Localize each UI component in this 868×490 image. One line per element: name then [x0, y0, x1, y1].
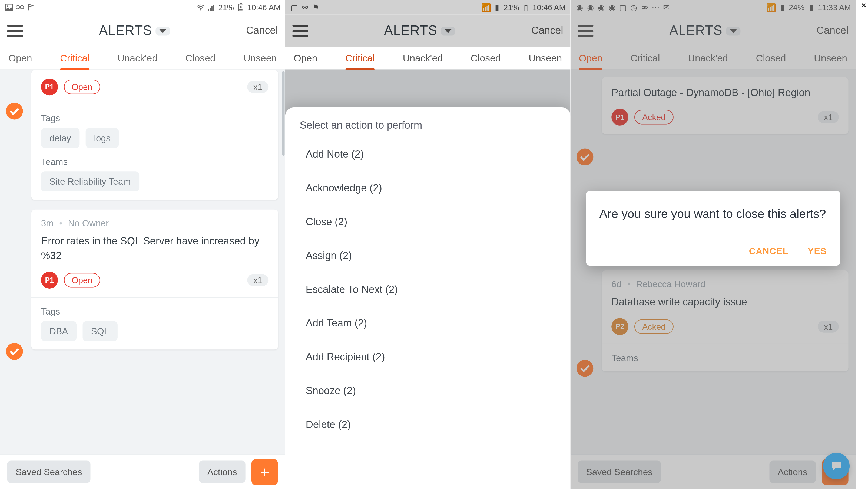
- add-button[interactable]: +: [251, 459, 278, 485]
- app-header: ALERTS Cancel: [0, 15, 285, 47]
- svg-rect-6: [208, 9, 209, 10]
- battery-icon: [236, 3, 245, 11]
- bottom-bar: Saved Searches Actions +: [0, 454, 285, 489]
- select-checkbox[interactable]: [6, 343, 23, 360]
- signal-icon: ▮: [493, 3, 501, 11]
- action-snooze[interactable]: Snooze (2): [285, 374, 570, 408]
- voicemail-icon: ⚮: [301, 3, 309, 11]
- tag-chip[interactable]: delay: [41, 128, 80, 148]
- select-checkbox[interactable]: [6, 103, 23, 119]
- flag-icon: [27, 3, 35, 11]
- cancel-button[interactable]: Cancel: [531, 25, 563, 37]
- status-bar: 21% 10:46 AM: [0, 0, 285, 15]
- battery-icon: ▯: [522, 3, 530, 11]
- svg-point-2: [16, 6, 20, 9]
- action-add-team[interactable]: Add Team (2): [285, 307, 570, 341]
- page-title: ALERTS: [384, 23, 437, 39]
- action-add-recipient[interactable]: Add Recipient (2): [285, 341, 570, 374]
- action-acknowledge[interactable]: Acknowledge (2): [285, 171, 570, 205]
- screen-2: ▢ ⚮ ⚑ 📶 ▮ 21% ▯ 10:46 AM ALERTS Cancel O…: [285, 0, 570, 489]
- signal-icon: [208, 3, 216, 11]
- tags-label: Tags: [41, 113, 269, 123]
- check-icon: [10, 106, 19, 115]
- count-badge: x1: [247, 274, 269, 286]
- status-pill: Open: [64, 80, 100, 94]
- page-title-wrap[interactable]: ALERTS: [99, 23, 170, 39]
- page-title: ALERTS: [99, 23, 152, 39]
- svg-rect-9: [213, 5, 214, 10]
- dot-separator: [60, 222, 62, 224]
- action-assign[interactable]: Assign (2): [285, 239, 570, 273]
- tag-chip[interactable]: logs: [86, 128, 119, 148]
- action-sheet: Select an action to perform Add Note (2)…: [285, 108, 570, 489]
- alert-list[interactable]: P1 Open x1 Tags delay logs Teams Site Re…: [0, 70, 285, 489]
- priority-badge: P1: [41, 271, 58, 288]
- clock-text: 10:46 AM: [532, 3, 566, 12]
- action-escalate[interactable]: Escalate To Next (2): [285, 273, 570, 307]
- svg-point-1: [7, 5, 8, 7]
- flag-icon: ⚑: [312, 3, 320, 11]
- voicemail-icon: [16, 3, 24, 11]
- clock-text: 10:46 AM: [247, 3, 280, 12]
- team-chip[interactable]: Site Reliability Team: [41, 171, 139, 192]
- menu-icon[interactable]: [292, 25, 308, 37]
- wifi-icon: 📶: [482, 3, 490, 11]
- svg-rect-12: [239, 9, 242, 10]
- action-delete[interactable]: Delete (2): [285, 408, 570, 442]
- action-close[interactable]: Close (2): [285, 205, 570, 239]
- tab-bar: Open Critical Unack'ed Closed Unseen: [0, 47, 285, 70]
- svg-point-3: [20, 6, 24, 9]
- tab-closed[interactable]: Closed: [471, 53, 501, 64]
- dropdown-toggle[interactable]: [441, 26, 455, 35]
- alert-card[interactable]: 3m No Owner Error rates in the SQL Serve…: [31, 209, 278, 349]
- tags-label: Tags: [41, 306, 269, 316]
- scrollbar-thumb[interactable]: [282, 71, 285, 156]
- plus-icon: +: [260, 464, 269, 480]
- count-badge: x1: [247, 81, 269, 93]
- image-icon: ▢: [290, 3, 299, 11]
- dialog-cancel-button[interactable]: CANCEL: [749, 246, 788, 256]
- tab-unacked[interactable]: Unack'ed: [118, 53, 158, 64]
- svg-point-5: [200, 9, 202, 10]
- tab-open[interactable]: Open: [8, 53, 32, 64]
- alert-age: 3m: [41, 218, 54, 228]
- tag-chip[interactable]: DBA: [41, 321, 76, 341]
- check-icon: [10, 346, 19, 355]
- wifi-icon: [196, 3, 205, 11]
- priority-badge: P1: [41, 79, 58, 95]
- confirm-dialog: Are you sure you want to close this aler…: [586, 191, 840, 266]
- battery-percent: 21%: [503, 3, 519, 12]
- svg-rect-11: [240, 3, 242, 4]
- battery-percent: 21%: [218, 3, 234, 12]
- dialog-message: Are you sure you want to close this aler…: [599, 205, 827, 223]
- close-icon[interactable]: ✕: [861, 2, 866, 9]
- tab-critical[interactable]: Critical: [345, 53, 375, 64]
- alert-title: Error rates in the SQL Server have incre…: [41, 234, 269, 263]
- tab-open[interactable]: Open: [294, 53, 317, 64]
- page-title-wrap[interactable]: ALERTS: [384, 23, 455, 39]
- chevron-down-icon: [444, 29, 452, 33]
- dialog-yes-button[interactable]: YES: [808, 246, 827, 256]
- alert-card[interactable]: P1 Open x1 Tags delay logs Teams Site Re…: [31, 70, 278, 200]
- tab-critical[interactable]: Critical: [60, 53, 90, 64]
- chevron-down-icon: [159, 29, 166, 33]
- cancel-button[interactable]: Cancel: [246, 25, 278, 37]
- actions-button[interactable]: Actions: [199, 460, 245, 483]
- app-header: ALERTS Cancel: [285, 15, 570, 47]
- tab-unseen[interactable]: Unseen: [529, 53, 562, 64]
- tab-unseen[interactable]: Unseen: [243, 53, 277, 64]
- image-icon: [5, 3, 13, 11]
- action-add-note[interactable]: Add Note (2): [285, 138, 570, 171]
- tab-bar: Open Critical Unack'ed Closed Unseen: [285, 47, 570, 70]
- saved-searches-button[interactable]: Saved Searches: [7, 460, 91, 483]
- tab-closed[interactable]: Closed: [186, 53, 216, 64]
- svg-rect-7: [210, 8, 211, 10]
- screen-3: ◉ ◉ ◉ ◉ ▢ ◷ ⚮ ⋯ ✉ 📶 ▮ 24% ▮ 11:33 AM ALE…: [570, 0, 856, 489]
- dropdown-toggle[interactable]: [156, 26, 170, 35]
- tag-chip[interactable]: SQL: [83, 321, 117, 341]
- svg-rect-8: [211, 6, 212, 10]
- status-pill: Open: [64, 272, 100, 287]
- status-bar: ▢ ⚮ ⚑ 📶 ▮ 21% ▯ 10:46 AM: [285, 0, 570, 15]
- tab-unacked[interactable]: Unack'ed: [403, 53, 443, 64]
- menu-icon[interactable]: [7, 25, 23, 37]
